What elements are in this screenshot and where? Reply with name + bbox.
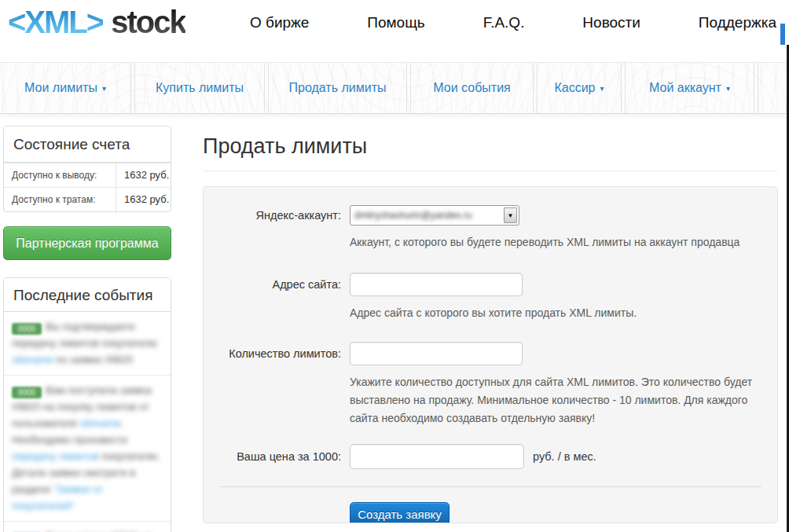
withdraw-available-label: Доступно к выводу:	[4, 163, 116, 187]
event-link[interactable]: передачу лимитов	[12, 450, 99, 462]
event-text: по заявке #9820	[53, 354, 133, 365]
nav-label: Кассир	[554, 81, 595, 95]
main-content: Продать лимиты Яндекс-аккаунт: dmitrysha…	[203, 132, 778, 523]
top-nav: О бирже Помощь F.A.Q. Новости Поддержка	[250, 0, 776, 46]
site-header: <XML>stock О бирже Помощь F.A.Q. Новости…	[0, 0, 789, 62]
yandex-account-help: Аккаунт, с которого вы будете переводить…	[350, 233, 764, 251]
site-logo[interactable]: <XML>stock	[8, 5, 185, 40]
price-label: Ваша цена за 1000:	[219, 450, 350, 463]
caret-down-icon: ▾	[726, 84, 730, 93]
logo-xml-part: <XML>	[8, 5, 103, 39]
event-item: 0000Вам поступила заявка #9820 на покупк…	[4, 375, 171, 521]
nav-my-account[interactable]: Мой аккаунт ▾	[625, 63, 754, 113]
form-divider	[219, 486, 761, 487]
top-nav-support[interactable]: Поддержка	[699, 14, 776, 31]
site-address-help: Адрес сайта с которого вы хотите продать…	[350, 303, 764, 322]
nav-label: Мой аккаунт	[649, 81, 721, 95]
table-row: Доступно к выводу: 1632 руб.	[4, 163, 171, 187]
event-link[interactable]: sitename	[12, 354, 53, 365]
recent-events-panel: Последние события 0000Вы подтверждаете п…	[3, 277, 171, 532]
sell-limits-form: Яндекс-аккаунт: dmitryshashurin@yandex.r…	[203, 186, 778, 523]
nav-cashier[interactable]: Кассир ▾	[537, 63, 622, 113]
page-title: Продать лимиты	[203, 132, 778, 171]
form-row-site: Адрес сайта:	[219, 273, 761, 296]
yandex-account-select[interactable]: dmitryshashurin@yandex.ru ▼	[350, 205, 519, 226]
event-item: 00000Ваша заявка #9820 на продажу лимито…	[4, 521, 171, 532]
logo-stock-part: stock	[111, 5, 185, 39]
form-row-account: Яндекс-аккаунт: dmitryshashurin@yandex.r…	[219, 205, 761, 226]
top-nav-faq[interactable]: F.A.Q.	[483, 14, 525, 31]
event-badge: 0000	[12, 323, 42, 335]
main-navbar: Мои лимиты ▾ Купить лимиты Продать лимит…	[0, 62, 789, 114]
recent-events-title: Последние события	[4, 278, 171, 312]
event-link[interactable]: sitename	[79, 417, 121, 429]
select-dropdown-arrow-icon[interactable]: ▼	[504, 207, 517, 223]
limit-quantity-label: Количество лимитов:	[219, 347, 350, 360]
price-input[interactable]	[350, 444, 524, 469]
nav-label: Мои события	[433, 81, 510, 95]
events-list: 0000Вы подтверждаете передачу лимитов по…	[4, 312, 171, 532]
sidebar: Состояние счета Доступно к выводу: 1632 …	[3, 126, 171, 532]
nav-sell-limits[interactable]: Продать лимиты	[268, 63, 407, 113]
withdraw-available-value: 1632 руб.	[116, 163, 171, 187]
top-nav-help[interactable]: Помощь	[367, 14, 424, 31]
top-nav-about[interactable]: О бирже	[250, 14, 309, 31]
event-item: 0000Вы подтверждаете передачу лимитов по…	[4, 312, 171, 375]
table-row: Доступно к тратам: 1632 руб.	[4, 187, 171, 211]
account-status-title: Состояние счета	[4, 127, 171, 163]
nav-buy-limits[interactable]: Купить лимиты	[134, 63, 265, 113]
partner-program-button[interactable]: Партнерская программа	[3, 226, 171, 260]
event-badge: 0000	[12, 387, 42, 398]
nav-label: Мои лимиты	[24, 81, 97, 95]
nav-spacer	[758, 63, 789, 113]
spend-available-value: 1632 руб.	[116, 188, 171, 211]
scrollbar-thumb[interactable]	[780, 24, 785, 45]
caret-down-icon: ▾	[600, 84, 604, 93]
nav-label: Купить лимиты	[156, 81, 244, 95]
caret-down-icon: ▾	[102, 84, 106, 93]
price-suffix: руб. / в мес.	[533, 450, 596, 463]
top-nav-news[interactable]: Новости	[582, 14, 640, 31]
create-request-button[interactable]: Создать заявку	[350, 502, 450, 523]
account-status-panel: Состояние счета Доступно к выводу: 1632 …	[3, 126, 171, 212]
form-row-quantity: Количество лимитов:	[219, 342, 761, 365]
nav-my-limits[interactable]: Мои лимиты ▾	[0, 63, 131, 113]
limit-quantity-help: Укажите количество доступных для сайта X…	[350, 373, 764, 427]
yandex-account-selected-value: dmitryshashurin@yandex.ru	[350, 210, 502, 221]
yandex-account-label: Яндекс-аккаунт:	[219, 209, 350, 222]
nav-label: Продать лимиты	[289, 81, 387, 95]
limit-quantity-input[interactable]	[350, 342, 523, 365]
form-row-price: Ваша цена за 1000: руб. / в мес.	[219, 444, 761, 469]
site-address-input[interactable]	[350, 273, 523, 296]
spend-available-label: Доступно к тратам:	[4, 188, 116, 211]
site-address-label: Адрес сайта:	[219, 278, 350, 291]
nav-my-events[interactable]: Мои события	[410, 63, 534, 113]
